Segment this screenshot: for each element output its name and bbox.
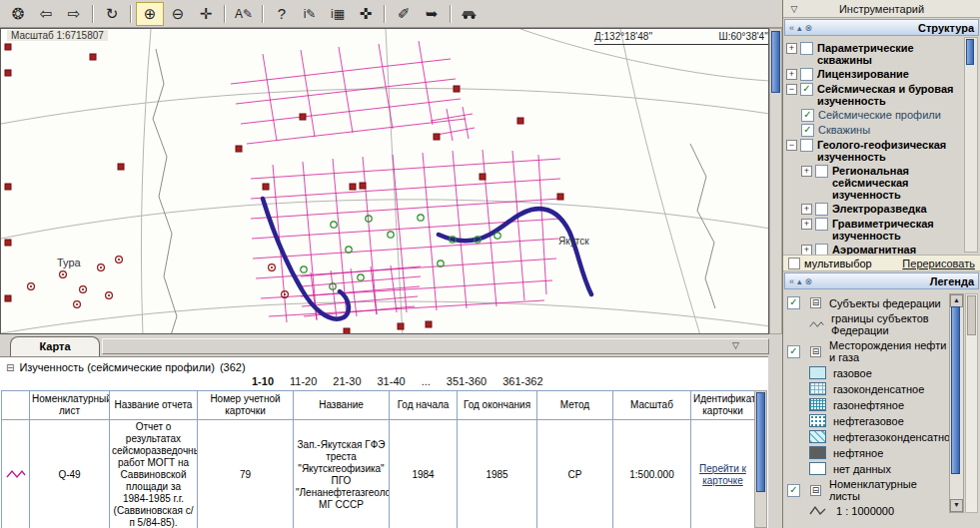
page-link[interactable]: 361-362 [502,375,542,387]
expand-icon[interactable]: + [801,204,812,215]
legend-group-nomenclature-sheets[interactable]: ✓ ⊟ Номенклатурные листы [787,478,950,502]
toolbar-separator [450,5,452,23]
legend-item-oil-gas: нефтегазовое [809,414,950,427]
results-vertical-scrollbar[interactable] [754,390,767,528]
map-vertical-scrollbar[interactable] [769,28,782,334]
map-scroll-thumb[interactable] [771,31,780,93]
collapse-icon[interactable]: − [786,84,797,95]
help-button[interactable]: ? [268,2,296,26]
layer-checkbox[interactable] [800,139,813,152]
scroll-down-arrow-icon[interactable]: ▼ [950,499,963,512]
tree-item-licensing[interactable]: + Лицензирование [786,68,962,81]
tree-item-wells[interactable]: ✓ Скважины [801,124,962,137]
legend-group-oil-gas-fields[interactable]: ✓ ⊟ Месторождения нефти и газа [787,339,950,363]
info-edit-button[interactable]: i✎ [296,2,324,26]
layer-checkbox[interactable]: ✓ [801,124,814,137]
tree-item-gravimetric[interactable]: + Гравиметрическая изученность [801,218,962,242]
tree-item-label[interactable]: Региональная сейсмическая изученность [832,165,962,201]
expand-icon[interactable]: + [786,69,797,80]
tree-item-label[interactable]: Геолого-геофизическая изученность [817,139,962,163]
layer-checkbox[interactable] [800,68,813,81]
legend-checkbox[interactable]: ✓ [787,345,800,358]
tree-item-seismic-drilling[interactable]: − ✓ Сейсмическая и буровая изученность [786,83,962,107]
layer-checkbox[interactable] [815,244,828,255]
overview-button[interactable]: ❂ [4,2,32,26]
map-viewport[interactable]: Масштаб 1:6715807 Д:132°18'48'' Ш:60°38'… [0,28,769,334]
close-icon[interactable]: ⊗ [805,276,813,286]
zoom-in-button[interactable]: ⊕ [136,2,164,26]
tree-item-aeromagnetic[interactable]: + Аэромагнитная изученность [801,244,962,255]
layer-checkbox[interactable]: ✓ [800,83,813,96]
bottom-tab-strip: Карта ▽ [0,334,782,356]
expand-icon[interactable]: + [801,219,812,230]
legend-group-federation-subjects[interactable]: ✓ ⊟ Субъекты федерации [787,296,950,309]
collapse-icon[interactable]: ⊟ [810,485,821,496]
tree-item-label[interactable]: Сейсмические профили [818,109,941,121]
collapse-up-icon[interactable]: ▴ [797,276,802,286]
vehicle-button[interactable] [456,2,484,26]
page-link[interactable]: 31-40 [378,375,406,387]
collapse-icon[interactable]: ⊟ [810,297,821,308]
expand-icon[interactable]: + [786,43,797,54]
export-button[interactable]: ➥ [418,2,446,26]
expand-icon[interactable]: + [801,166,812,177]
page-link[interactable]: 21-30 [333,375,361,387]
structure-scrollbar[interactable] [964,37,978,253]
chevron-down-icon[interactable]: ▽ [783,4,805,14]
collapse-icon[interactable]: ⊟ [810,346,821,357]
find-button[interactable]: A✎ [230,2,258,26]
structure-scroll-thumb[interactable] [966,39,974,65]
expand-icon[interactable]: + [801,245,812,255]
close-icon[interactable]: ⊗ [805,23,813,33]
legend-list: ✓ ⊟ Субъекты федерации границы субъектов… [783,290,980,517]
collapse-icon[interactable]: − [786,140,797,151]
multiselect-checkbox[interactable] [788,258,800,269]
collapse-up-icon[interactable]: ▴ [797,23,802,33]
layer-checkbox[interactable] [800,42,813,55]
fit-extent-button[interactable]: ✜ [352,2,380,26]
zigzag-line-icon [809,505,829,517]
page-link[interactable]: 11-20 [290,375,317,387]
goto-card-link[interactable]: Перейти к карточке [699,463,746,486]
tree-item-label[interactable]: Электроразведка [832,203,927,215]
page-link-current[interactable]: 1-10 [252,375,274,387]
tree-item-electro[interactable]: + Электроразведка [801,203,962,216]
results-scroll-thumb[interactable] [756,392,765,492]
legend-scrollbar[interactable]: ▲ ▼ [949,293,964,513]
pan-button[interactable]: ✛ [192,2,220,26]
page-link[interactable]: 351-360 [447,375,487,387]
redraw-link[interactable]: Перерисовать [902,258,975,269]
column-header-icon [2,391,30,420]
forward-button[interactable]: ⇨ [60,2,88,26]
tree-item-parametric-wells[interactable]: + Параметрические скважины [786,42,962,66]
legend-checkbox[interactable]: ✓ [787,484,800,497]
layer-checkbox[interactable]: ✓ [801,109,814,122]
layer-checkbox[interactable] [815,218,828,231]
latitude-value: Ш:60°38'4'' [719,31,768,42]
tree-item-label[interactable]: Лицензирование [817,68,909,80]
legend-checkbox[interactable]: ✓ [787,296,800,309]
measure-button[interactable]: ✐ [390,2,418,26]
layer-checkbox[interactable] [815,165,828,178]
legend-scroll-thumb[interactable] [951,306,960,474]
tree-item-label[interactable]: Скважины [818,124,870,136]
tree-item-label[interactable]: Сейсмическая и буровая изученность [817,83,962,107]
dock-left-icon[interactable]: « [789,276,794,286]
layer-checkbox[interactable] [815,203,828,216]
collapse-minus-icon[interactable]: ⊟ [6,362,14,373]
info-print-button[interactable]: i▦ [324,2,352,26]
tab-map[interactable]: Карта [10,336,100,357]
dock-left-icon[interactable]: « [789,23,794,33]
tree-item-seismic-profiles[interactable]: ✓ Сейсмические профили [801,109,962,122]
back-button[interactable]: ⇦ [32,2,60,26]
tree-item-label[interactable]: Параметрические скважины [817,42,962,66]
panel-collapse-bar[interactable]: ▽ [102,338,769,354]
tree-item-label[interactable]: Аэромагнитная изученность [832,244,962,255]
legend-outer-scroll-thumb[interactable] [967,295,976,335]
zoom-out-button[interactable]: ⊖ [164,2,192,26]
refresh-button[interactable]: ↻ [98,2,126,26]
legend-outer-scrollbar[interactable] [965,293,978,513]
tree-item-geol-geophys[interactable]: − Геолого-геофизическая изученность [786,139,962,163]
tree-item-label[interactable]: Гравиметрическая изученность [832,218,962,242]
tree-item-regional-seismic[interactable]: + Региональная сейсмическая изученность [801,165,962,201]
